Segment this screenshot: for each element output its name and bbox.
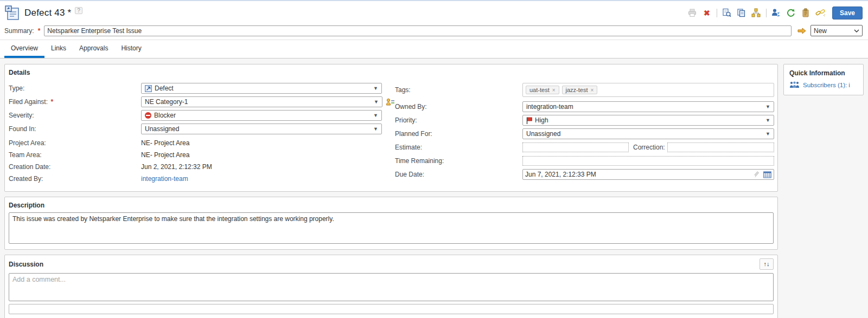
severity-value: Blocker — [154, 112, 176, 119]
hierarchy-icon[interactable] — [751, 8, 761, 18]
edit-pencil-icon[interactable] — [754, 171, 761, 178]
summary-input[interactable] — [44, 25, 792, 36]
defect-workitem-icon — [4, 5, 21, 21]
tags-label: Tags: — [395, 86, 522, 94]
defect-type-icon — [145, 85, 152, 92]
workflow-status-value: New — [814, 27, 827, 35]
planned-for-value: Unassigned — [526, 130, 560, 138]
dropdown-caret-icon: ▼ — [765, 104, 770, 109]
description-section: Description This issue was created by Ne… — [4, 197, 778, 250]
project-area-label: Project Area: — [9, 139, 141, 147]
subscribers-group-icon — [789, 81, 800, 88]
clipboard-icon[interactable] — [801, 8, 810, 18]
tags-input[interactable]: uat-test × jazz-test × — [522, 83, 774, 97]
type-label: Type: — [9, 85, 141, 92]
tag-chip-text: uat-test — [529, 87, 550, 93]
subscribers-link[interactable]: Subscribers (1): i — [803, 82, 850, 88]
summary-required-mark: * — [38, 27, 41, 35]
summary-label: Summary: — [4, 27, 34, 35]
due-date-field — [522, 169, 774, 180]
description-title: Description — [5, 197, 777, 210]
dropdown-caret-icon: ▼ — [765, 118, 770, 123]
due-date-label: Due Date: — [395, 171, 522, 178]
quick-information-title: Quick Information — [789, 69, 858, 77]
filed-against-dropdown[interactable]: NE Category-1 ▼ — [141, 96, 382, 107]
found-in-dropdown[interactable]: Unassigned ▼ — [141, 124, 382, 134]
refresh-icon[interactable] — [786, 8, 796, 18]
dropdown-caret-icon: ▼ — [373, 126, 378, 132]
priority-value: High — [535, 116, 548, 124]
workitem-tabbar: Overview Links Approvals History — [0, 40, 868, 59]
planned-for-label: Planned For: — [395, 130, 522, 138]
copy-icon[interactable] — [737, 8, 746, 18]
subscribe-user-icon[interactable] — [771, 8, 781, 18]
link-icon[interactable] — [815, 8, 825, 18]
remove-tag-icon[interactable]: × — [552, 87, 556, 93]
creation-date-value: Jun 2, 2021, 2:12:32 PM — [141, 163, 212, 171]
dropdown-caret-icon: ▼ — [373, 86, 378, 91]
correction-label: Correction: — [633, 144, 665, 151]
owned-by-value: integration-team — [526, 103, 573, 111]
tab-overview[interactable]: Overview — [4, 40, 44, 58]
type-dropdown[interactable]: Defect ▼ — [141, 83, 382, 94]
tag-chip-text: jazz-test — [566, 87, 588, 93]
add-comment-input[interactable] — [9, 273, 774, 301]
project-area-value: NE- Project Area — [141, 139, 189, 147]
time-remaining-label: Time Remaining: — [395, 157, 522, 165]
team-area-label: Team Area: — [9, 151, 141, 159]
delete-icon[interactable]: ✖ — [702, 8, 712, 18]
sort-comments-icon[interactable]: ↑↓ — [760, 258, 774, 270]
calendar-icon[interactable] — [763, 171, 771, 178]
quick-information-panel: Quick Information Subscribers (1): i — [783, 64, 864, 95]
blocker-severity-icon — [145, 112, 151, 119]
discussion-section: Discussion ↑↓ — [4, 255, 778, 318]
workitem-header: Defect 43 * ? ✖ Save — [0, 1, 868, 23]
dropdown-caret-icon: ▼ — [374, 99, 379, 105]
chevron-down-icon — [854, 29, 859, 33]
toolbar-separator — [766, 9, 767, 17]
planned-for-dropdown[interactable]: Unassigned ▼ — [522, 128, 774, 139]
correction-input[interactable] — [667, 142, 774, 152]
priority-label: Priority: — [395, 116, 522, 124]
found-in-value: Unassigned — [145, 125, 179, 133]
created-by-label: Created By: — [9, 175, 141, 183]
creation-date-label: Creation Date: — [9, 163, 141, 171]
help-icon[interactable]: ? — [75, 7, 82, 14]
filed-against-label: Filed Against: * — [9, 98, 141, 106]
overview-tab-content: Details Type: Defect ▼ Fil — [0, 59, 868, 318]
save-button[interactable]: Save — [832, 7, 863, 20]
page-title: Defect 43 * — [24, 8, 71, 18]
tab-approvals[interactable]: Approvals — [73, 40, 114, 58]
owned-by-label: Owned By: — [395, 103, 522, 111]
found-in-label: Found In: — [9, 125, 141, 133]
dropdown-caret-icon: ▼ — [765, 131, 770, 137]
summary-row: Summary: * New — [0, 23, 868, 40]
time-remaining-input[interactable] — [522, 156, 774, 166]
created-by-link[interactable]: integration-team — [141, 175, 188, 183]
tab-links[interactable]: Links — [44, 40, 73, 58]
filed-against-value: NE Category-1 — [145, 98, 188, 106]
tag-chip: uat-test × — [526, 86, 559, 94]
tab-history[interactable]: History — [114, 40, 148, 58]
print-icon[interactable] — [687, 8, 697, 18]
filed-against-required-mark: * — [50, 98, 53, 106]
toolbar-separator — [717, 9, 717, 17]
discussion-title: Discussion — [9, 261, 43, 268]
workflow-arrow-icon — [797, 27, 806, 35]
details-section: Details Type: Defect ▼ Fil — [4, 64, 778, 192]
dropdown-caret-icon: ▼ — [373, 113, 378, 118]
severity-dropdown[interactable]: Blocker ▼ — [141, 110, 382, 121]
remove-tag-icon[interactable]: × — [591, 87, 594, 93]
priority-dropdown[interactable]: High ▼ — [522, 115, 774, 126]
description-editor[interactable]: This issue was created by Netsparker Ent… — [9, 212, 774, 244]
details-title: Details — [5, 64, 777, 77]
team-area-value: NE- Project Area — [141, 151, 189, 159]
estimate-input[interactable] — [522, 142, 629, 152]
tag-chip: jazz-test × — [562, 86, 598, 94]
browse-categories-icon[interactable] — [386, 98, 395, 106]
due-date-input[interactable] — [525, 170, 751, 179]
high-priority-flag-icon — [526, 117, 532, 124]
workflow-status-select[interactable]: New — [810, 25, 863, 36]
owned-by-dropdown[interactable]: integration-team ▼ — [522, 101, 774, 112]
find-related-icon[interactable] — [722, 8, 732, 18]
